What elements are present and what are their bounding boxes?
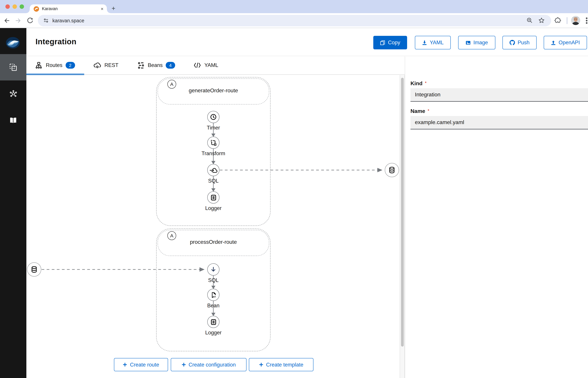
database-node[interactable] — [27, 262, 41, 277]
toolbar-divider — [567, 17, 567, 24]
tab-title: Karavan — [42, 6, 101, 11]
browser-menu-kebab-icon[interactable] — [585, 17, 588, 24]
push-button[interactable]: Push — [502, 36, 537, 49]
address-bar[interactable]: karavan.space — [38, 15, 551, 26]
app-sidebar — [0, 28, 26, 378]
logger-icon — [210, 194, 217, 201]
step-label: Transform — [186, 150, 241, 157]
properties-panel: Kind* Name* — [405, 56, 588, 378]
create-configuration-label: Create configuration — [188, 362, 236, 368]
database-icon — [30, 265, 38, 273]
copy-button[interactable]: Copy — [373, 36, 407, 49]
plus-icon — [123, 363, 127, 367]
reload-icon[interactable] — [26, 17, 34, 24]
timer-icon — [210, 113, 217, 121]
create-route-button[interactable]: Create route — [114, 358, 168, 371]
kind-input[interactable] — [411, 88, 588, 102]
window-zoom-button[interactable] — [20, 4, 24, 9]
browser-tab[interactable]: Karavan × — [30, 4, 107, 13]
bookmark-star-icon[interactable] — [538, 17, 545, 24]
canvas-scrollbar-thumb[interactable] — [401, 78, 403, 347]
upload-icon — [551, 40, 556, 45]
rest-cloud-gear-icon — [93, 62, 101, 69]
yaml-download-button[interactable]: YAML — [415, 36, 451, 49]
route-designer-canvas: A generateOrder-route A processOrder-rou… — [26, 75, 400, 378]
karavan-logo — [6, 37, 20, 49]
routes-icon — [36, 62, 43, 69]
tab-close-icon[interactable]: × — [101, 6, 104, 11]
kind-field-label: Kind* — [411, 81, 427, 87]
github-icon — [509, 40, 515, 45]
yaml-button-label: YAML — [430, 40, 444, 46]
url-text: karavan.space — [53, 18, 84, 23]
back-icon[interactable] — [3, 17, 11, 24]
logger-icon — [210, 318, 217, 325]
plus-icon — [181, 363, 186, 367]
create-route-label: Create route — [130, 362, 159, 368]
hub-icon — [9, 90, 17, 97]
new-tab-icon[interactable]: + — [112, 4, 115, 13]
database-node[interactable] — [385, 163, 399, 177]
forward-icon[interactable] — [14, 17, 22, 24]
required-asterisk: * — [425, 81, 427, 85]
transform-icon — [210, 139, 217, 146]
site-settings-icon[interactable] — [43, 17, 49, 24]
sidebar-item-designer[interactable] — [0, 54, 26, 81]
step-node-logger[interactable] — [207, 191, 219, 203]
tab-beans[interactable]: Beans 4 — [127, 56, 185, 74]
copy-icon — [380, 40, 385, 45]
beans-icon — [138, 62, 145, 69]
tab-routes-badge: 2 — [66, 62, 75, 69]
create-configuration-button[interactable]: Create configuration — [171, 358, 246, 371]
window-minimize-button[interactable] — [13, 4, 17, 9]
karavan-favicon-icon — [33, 6, 39, 12]
step-node-timer[interactable] — [207, 111, 219, 123]
create-template-label: Create template — [266, 362, 304, 368]
step-node-sql-producer[interactable] — [207, 164, 219, 176]
step-label: Bean — [186, 303, 241, 309]
step-label: Logger — [186, 330, 241, 336]
window-close-button[interactable] — [5, 4, 10, 9]
image-icon — [466, 40, 471, 45]
bean-file-icon — [210, 291, 217, 298]
sidebar-item-topology[interactable] — [0, 81, 26, 107]
tab-beans-label: Beans — [148, 62, 163, 68]
zoom-page-icon[interactable] — [526, 17, 533, 24]
sidebar-item-knowledgebase[interactable] — [0, 107, 26, 134]
name-input[interactable] — [411, 116, 588, 130]
cloud-arrow-icon — [209, 166, 218, 174]
step-label: SQL — [186, 178, 241, 184]
name-field-label: Name* — [411, 108, 429, 114]
create-template-button[interactable]: Create template — [249, 358, 313, 371]
tab-rest[interactable]: REST — [84, 56, 127, 74]
tab-yaml-label: YAML — [204, 62, 218, 68]
browser-toolbar: karavan.space — [0, 13, 588, 28]
step-label: SQL — [186, 277, 241, 283]
step-label: Logger — [186, 205, 241, 211]
page-header: Integration Copy YAML Image Push OpenAPI — [26, 28, 588, 56]
arrow-down-icon — [210, 266, 217, 273]
tab-rest-label: REST — [105, 62, 119, 68]
openapi-button[interactable]: OpenAPI — [544, 36, 587, 49]
openapi-button-label: OpenAPI — [559, 40, 580, 46]
tab-yaml[interactable]: YAML — [185, 56, 227, 74]
image-export-button[interactable]: Image — [458, 36, 495, 49]
page-title: Integration — [36, 37, 76, 46]
profile-avatar[interactable] — [571, 16, 580, 25]
step-node-bean[interactable] — [207, 289, 219, 301]
plus-icon — [259, 363, 263, 367]
tab-routes[interactable]: Routes 2 — [26, 56, 84, 74]
tab-routes-label: Routes — [46, 62, 62, 68]
book-icon — [9, 116, 17, 124]
step-node-logger[interactable] — [207, 316, 219, 328]
step-label: Timer — [186, 125, 241, 131]
step-node-sql-consumer[interactable] — [207, 263, 219, 276]
tab-beans-badge: 4 — [166, 62, 175, 69]
image-button-label: Image — [473, 40, 488, 46]
step-node-transform[interactable] — [207, 136, 219, 149]
extensions-puzzle-icon[interactable] — [554, 17, 561, 24]
code-brackets-icon — [194, 62, 201, 69]
download-icon — [422, 40, 427, 45]
copy-button-label: Copy — [388, 40, 400, 46]
push-button-label: Push — [518, 40, 530, 46]
